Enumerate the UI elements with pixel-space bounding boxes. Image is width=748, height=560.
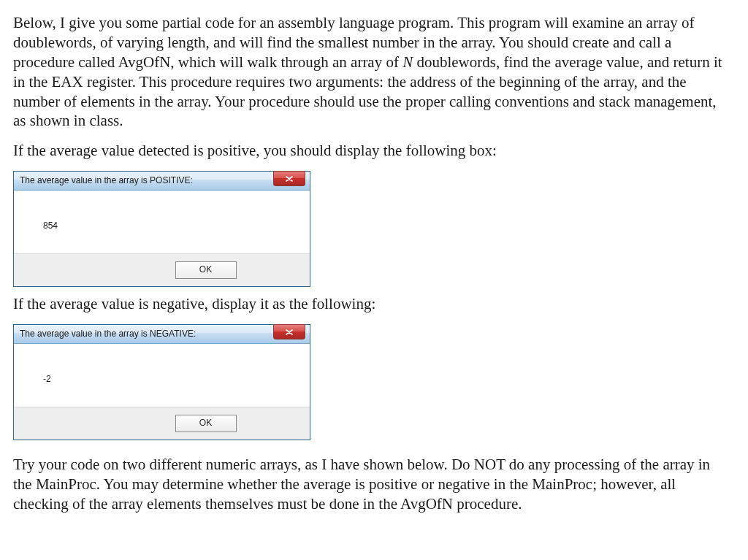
dialog-body: -2 — [14, 344, 310, 407]
dialog-footer: OK — [14, 253, 310, 286]
intro-italic-n: N — [402, 53, 413, 71]
intro-paragraph: Below, I give you some partial code for … — [13, 13, 730, 131]
dialog-value: -2 — [43, 374, 51, 384]
close-button[interactable] — [273, 324, 305, 340]
dialog-negative: The average value in the array is NEGATI… — [13, 324, 310, 440]
dialog-titlebar: The average value in the array is POSITI… — [14, 172, 310, 191]
dialog-footer: OK — [14, 407, 310, 440]
close-icon — [286, 176, 293, 182]
negative-lead-text: If the average value is negative, displa… — [13, 294, 730, 314]
dialog-value: 854 — [43, 220, 58, 231]
dialog-body: 854 — [14, 191, 310, 253]
close-button[interactable] — [273, 171, 305, 186]
positive-lead-text: If the average value detected is positiv… — [13, 141, 730, 161]
dialog-title: The average value in the array is NEGATI… — [20, 329, 196, 340]
dialog-title: The average value in the array is POSITI… — [20, 175, 193, 186]
ok-button[interactable]: OK — [175, 415, 237, 432]
dialog-positive: The average value in the array is POSITI… — [13, 171, 310, 287]
ok-button[interactable]: OK — [175, 261, 237, 279]
dialog-titlebar: The average value in the array is NEGATI… — [14, 325, 310, 344]
close-icon — [286, 329, 293, 335]
closing-paragraph: Try your code on two different numeric a… — [13, 455, 730, 514]
